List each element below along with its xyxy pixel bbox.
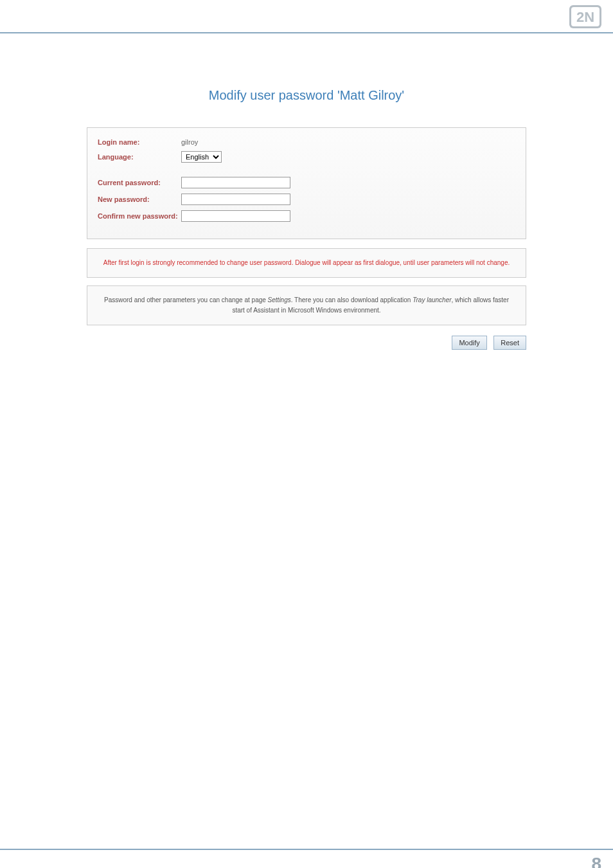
confirm-password-row: Confirm new password: [98,210,515,222]
hint-settings: Settings [268,296,291,303]
language-row: Language: English [98,151,515,163]
page-number: 8 [591,854,601,868]
modify-button[interactable]: Modify [452,336,486,350]
current-password-label: Current password: [98,179,181,186]
reset-button[interactable]: Reset [493,336,526,350]
logo-text: 2N [576,9,594,25]
new-password-label: New password: [98,195,181,203]
page-title: Modify user password 'Matt Gilroy' [26,88,587,103]
login-name-value: gilroy [181,138,198,146]
hint-panel: Password and other parameters you can ch… [87,285,526,325]
hint-prefix: Password and other parameters you can ch… [104,296,268,303]
hint-tray: Tray launcher [413,296,451,303]
main-content: Modify user password 'Matt Gilroy' Login… [0,88,613,350]
warning-panel: After first login is strongly recommende… [87,248,526,278]
login-name-label: Login name: [98,138,181,146]
login-name-row: Login name: gilroy [98,138,515,146]
warning-text: After first login is strongly recommende… [103,259,510,266]
page-footer: 8 [0,849,613,855]
language-label: Language: [98,153,181,161]
page-header: 2N [0,0,613,33]
button-row: Modify Reset [87,333,526,350]
confirm-password-input[interactable] [181,210,290,222]
hint-mid: . There you can also download applicatio… [291,296,413,303]
new-password-row: New password: [98,194,515,205]
current-password-input[interactable] [181,177,290,188]
new-password-input[interactable] [181,194,290,205]
password-form-panel: Login name: gilroy Language: English Cur… [87,127,526,239]
current-password-row: Current password: [98,177,515,188]
confirm-password-label: Confirm new password: [98,212,181,220]
brand-logo: 2N [569,5,601,31]
language-select[interactable]: English [181,151,222,163]
